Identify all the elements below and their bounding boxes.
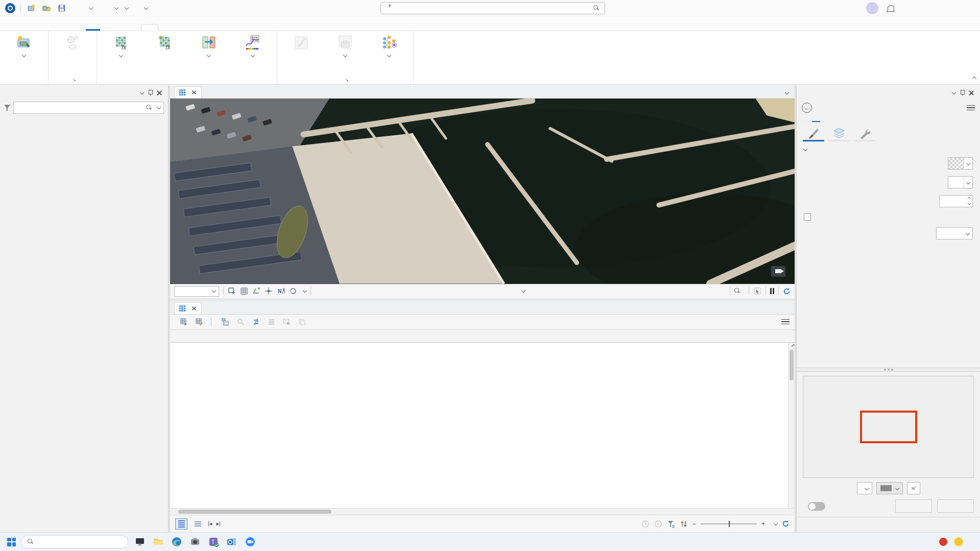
rotate-icon[interactable] (289, 287, 297, 295)
menu-tab-help[interactable] (114, 25, 129, 31)
table-view-button[interactable] (175, 518, 187, 530)
project-name[interactable] (142, 6, 148, 10)
auto-apply-toggle[interactable] (808, 502, 825, 511)
contents-search-box[interactable] (13, 102, 164, 114)
spectral-analysis-button[interactable] (231, 32, 275, 57)
table-zoom-combo[interactable] (770, 522, 777, 526)
zoom-out-icon[interactable]: − (692, 520, 696, 528)
map-scale-combo[interactable] (174, 286, 219, 297)
close-pane-icon[interactable] (967, 90, 976, 95)
tab-gallery[interactable] (802, 116, 810, 122)
menu-tab-project[interactable] (0, 25, 14, 31)
pane-options-chevron-icon[interactable] (136, 91, 146, 95)
refresh-map-icon[interactable] (783, 288, 791, 295)
menu-tab-share[interactable] (100, 25, 114, 31)
zoom-slider[interactable] (701, 523, 757, 524)
pane-options-chevron-icon[interactable] (948, 91, 958, 95)
view-tabbar-chevron-icon[interactable] (785, 90, 789, 94)
search-options-chevron-icon[interactable] (157, 105, 161, 109)
menu-tab-insert[interactable] (29, 25, 43, 31)
new-workspace-button[interactable] (2, 32, 46, 57)
camera-app-icon[interactable] (188, 535, 202, 548)
measure-icon[interactable] (252, 287, 260, 295)
zoom-app-icon[interactable] (244, 535, 257, 548)
start-button[interactable] (7, 538, 16, 546)
menu-tab-imagery[interactable] (86, 25, 100, 31)
map-view[interactable] (170, 99, 795, 284)
north-arrow-icon[interactable]: N (277, 287, 285, 295)
outline-color-picker[interactable] (948, 176, 973, 188)
add-bookmark-icon[interactable] (228, 287, 236, 295)
map-coordinates[interactable] (516, 289, 525, 293)
filter-selected-icon[interactable] (667, 520, 675, 528)
select-by-attributes-button[interactable] (222, 318, 232, 326)
command-search[interactable] (380, 2, 605, 14)
user-avatar[interactable] (866, 2, 878, 14)
back-icon[interactable]: ← (802, 103, 812, 113)
redo-icon[interactable] (98, 4, 108, 13)
undo-dropdown-icon[interactable] (89, 5, 93, 9)
undo-icon[interactable] (72, 4, 82, 13)
pause-drawing-icon[interactable] (770, 288, 774, 294)
select-tool-icon[interactable] (753, 287, 761, 295)
symbology-menu-icon[interactable] (967, 105, 975, 111)
tab-properties[interactable] (812, 116, 820, 122)
structure-tab-icon[interactable] (854, 126, 875, 141)
open-project-icon[interactable] (41, 4, 52, 13)
layers-tab-icon[interactable] (828, 126, 850, 141)
refresh-table-icon[interactable] (782, 520, 790, 528)
attribute-table-tab[interactable] (174, 302, 202, 314)
cancel-button[interactable] (937, 499, 974, 513)
notifications-icon[interactable] (888, 5, 894, 12)
dialog-launcher-icon[interactable]: ↘ (345, 77, 349, 82)
new-item-icon[interactable] (26, 4, 36, 13)
fill-color-picker[interactable] (948, 157, 973, 170)
table-horizontal-scrollbar[interactable] (170, 508, 795, 515)
desktop-app-icon[interactable] (133, 535, 147, 548)
menu-tab-map[interactable] (14, 25, 29, 31)
preview-background-combo[interactable] (876, 482, 903, 494)
close-pane-icon[interactable] (155, 90, 164, 95)
preview-splitter[interactable] (797, 368, 980, 372)
close-table-tab-icon[interactable] (192, 306, 196, 310)
collapse-ribbon-icon[interactable] (971, 76, 976, 83)
apply-button[interactable] (895, 499, 932, 513)
table-vertical-scrollbar[interactable] (788, 343, 795, 515)
symbol-tab-icon[interactable] (803, 126, 824, 141)
menu-tab-view[interactable] (57, 25, 71, 31)
outline-width-spinner[interactable] (939, 195, 973, 207)
next-record-icon[interactable]: ▸| (216, 520, 220, 527)
teams-app-icon[interactable]: T (207, 535, 220, 548)
map-tools-chevron-icon[interactable] (303, 289, 307, 293)
contextual-tab-feature-layer[interactable] (170, 24, 186, 31)
form-view-button[interactable] (192, 518, 204, 530)
dialog-launcher-icon[interactable]: ↘ (72, 77, 76, 82)
toggle-xy-button[interactable]: ×⁄ (907, 482, 920, 494)
zoom-in-icon[interactable]: + (761, 520, 765, 528)
menu-tab-analysis[interactable] (43, 25, 57, 31)
calculate-field-button[interactable] (196, 318, 206, 326)
close-map-tab-icon[interactable] (192, 90, 196, 94)
contextual-tab-table[interactable] (141, 24, 158, 31)
file-explorer-icon[interactable] (152, 535, 165, 548)
contextual-tab-data[interactable] (202, 24, 219, 31)
sort-icon[interactable] (680, 520, 688, 528)
function-editor-button[interactable]: fx (143, 32, 187, 53)
grid-icon[interactable] (240, 287, 248, 295)
edge-browser-icon[interactable] (170, 535, 183, 548)
notification-badge[interactable] (939, 538, 947, 546)
save-project-icon[interactable] (57, 4, 67, 13)
deep-learning-tools-button[interactable] (367, 32, 411, 57)
pin-icon[interactable] (146, 90, 155, 96)
change-detection-button[interactable] (187, 32, 231, 57)
pin-icon[interactable] (958, 90, 967, 96)
menu-tab-edit[interactable] (71, 25, 86, 31)
redo-dropdown-icon[interactable] (114, 5, 118, 9)
first-record-icon[interactable]: |◂ (208, 520, 212, 527)
appearance-section-header[interactable] (804, 148, 973, 151)
outlook-icon[interactable] (225, 535, 238, 548)
table-menu-icon[interactable] (781, 319, 790, 325)
map-view-tab[interactable] (174, 86, 202, 98)
switch-selection-button[interactable] (252, 318, 262, 326)
contextual-tab-labeling[interactable] (186, 24, 202, 31)
